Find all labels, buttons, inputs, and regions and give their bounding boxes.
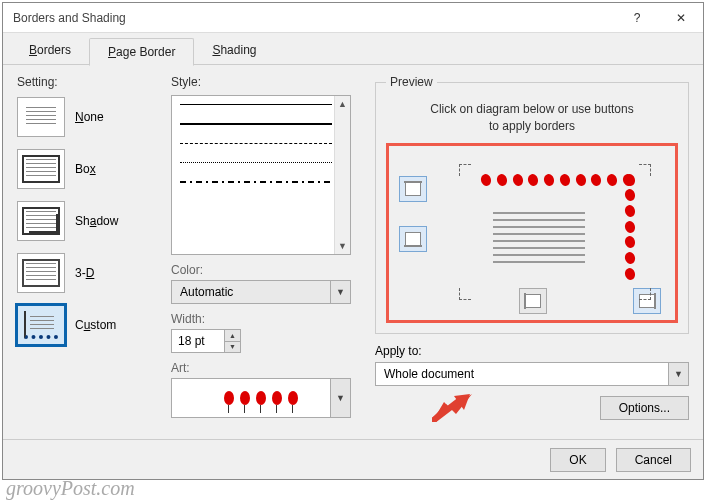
- spin-up-icon[interactable]: ▲: [225, 330, 240, 342]
- annotation-arrow: [432, 394, 472, 422]
- corner-marker: [459, 288, 471, 300]
- width-label: Width:: [171, 312, 361, 326]
- art-combo[interactable]: ▼: [171, 378, 351, 418]
- dialog-title: Borders and Shading: [13, 11, 615, 25]
- close-icon: ✕: [676, 11, 686, 25]
- style-line-dashdot[interactable]: [180, 181, 332, 183]
- help-icon: ?: [634, 11, 641, 25]
- setting-custom[interactable]: Custom: [17, 303, 157, 347]
- style-line-dotted[interactable]: [180, 162, 332, 163]
- options-row: Options...: [375, 396, 689, 420]
- preview-hint: Click on diagram below or use buttons to…: [386, 101, 678, 135]
- style-column: Style: ▲ ▼ Color: Automatic ▼ Width:: [171, 75, 361, 431]
- preview-group: Preview Click on diagram below or use bu…: [375, 75, 689, 334]
- setting-3d-icon: [17, 253, 65, 293]
- art-border-right: [625, 174, 639, 280]
- tab-shading[interactable]: Shading: [194, 37, 274, 65]
- preview-legend: Preview: [386, 75, 437, 89]
- setting-box-icon: [17, 149, 65, 189]
- content-area: Setting: None Box Shadow 3-D: [3, 64, 703, 439]
- spinner-buttons: ▲ ▼: [224, 330, 240, 352]
- apply-value: Whole document: [384, 367, 474, 381]
- setting-label: Setting:: [17, 75, 157, 89]
- border-bottom-button[interactable]: [399, 226, 427, 252]
- cancel-button[interactable]: Cancel: [616, 448, 691, 472]
- watermark: groovyPost.com: [6, 477, 135, 500]
- setting-3d[interactable]: 3-D: [17, 251, 157, 295]
- width-value: 18 pt: [178, 334, 205, 348]
- page-sample: [459, 164, 651, 300]
- art-balloon-icon: [288, 391, 298, 405]
- color-label: Color:: [171, 263, 361, 277]
- art-balloon-icon: [272, 391, 282, 405]
- tab-page-border[interactable]: Page Border: [89, 38, 194, 66]
- ok-button[interactable]: OK: [550, 448, 605, 472]
- scroll-up-icon[interactable]: ▲: [335, 96, 350, 112]
- style-line-solid-thick[interactable]: [180, 123, 332, 125]
- art-balloon-icon: [256, 391, 266, 405]
- style-line-dashed[interactable]: [180, 143, 332, 144]
- color-value: Automatic: [180, 285, 233, 299]
- setting-shadow[interactable]: Shadow: [17, 199, 157, 243]
- border-top-button[interactable]: [399, 176, 427, 202]
- corner-marker: [639, 288, 651, 300]
- style-label: Style:: [171, 75, 361, 89]
- corner-marker: [639, 164, 651, 176]
- borders-shading-dialog: Borders and Shading ? ✕ Borders Page Bor…: [2, 2, 704, 480]
- options-button[interactable]: Options...: [600, 396, 689, 420]
- preview-diagram[interactable]: [386, 143, 678, 323]
- chevron-down-icon: ▼: [330, 281, 350, 303]
- width-spinner[interactable]: 18 pt ▲ ▼: [171, 329, 241, 353]
- color-combo[interactable]: Automatic ▼: [171, 280, 351, 304]
- apply-to-combo[interactable]: Whole document ▼: [375, 362, 689, 386]
- style-line-solid-thin[interactable]: [180, 104, 332, 105]
- apply-row: Apply to: Whole document ▼: [375, 344, 689, 386]
- art-balloon-icon: [240, 391, 250, 405]
- setting-list: None Box Shadow 3-D Custom: [17, 95, 157, 347]
- tabstrip: Borders Page Border Shading: [3, 37, 703, 65]
- scroll-track[interactable]: [335, 112, 350, 238]
- help-button[interactable]: ?: [615, 3, 659, 33]
- tab-borders[interactable]: Borders: [11, 37, 89, 65]
- setting-none-icon: [17, 97, 65, 137]
- setting-shadow-icon: [17, 201, 65, 241]
- titlebar: Borders and Shading ? ✕: [3, 3, 703, 33]
- spin-down-icon[interactable]: ▼: [225, 342, 240, 353]
- setting-box[interactable]: Box: [17, 147, 157, 191]
- setting-none[interactable]: None: [17, 95, 157, 139]
- art-balloon-icon: [224, 391, 234, 405]
- setting-custom-icon: [17, 305, 65, 345]
- setting-column: Setting: None Box Shadow 3-D: [17, 75, 157, 431]
- style-scrollbar[interactable]: ▲ ▼: [334, 96, 350, 254]
- close-button[interactable]: ✕: [659, 3, 703, 33]
- dialog-footer: OK Cancel: [3, 439, 703, 479]
- apply-label: Apply to:: [375, 344, 689, 358]
- corner-marker: [459, 164, 471, 176]
- style-listbox[interactable]: ▲ ▼: [171, 95, 351, 255]
- chevron-down-icon: ▼: [330, 379, 350, 417]
- preview-column: Preview Click on diagram below or use bu…: [375, 75, 689, 431]
- scroll-down-icon[interactable]: ▼: [335, 238, 350, 254]
- art-border-top: [481, 174, 633, 188]
- chevron-down-icon: ▼: [668, 363, 688, 385]
- document-lines: [493, 212, 585, 264]
- art-label: Art:: [171, 361, 361, 375]
